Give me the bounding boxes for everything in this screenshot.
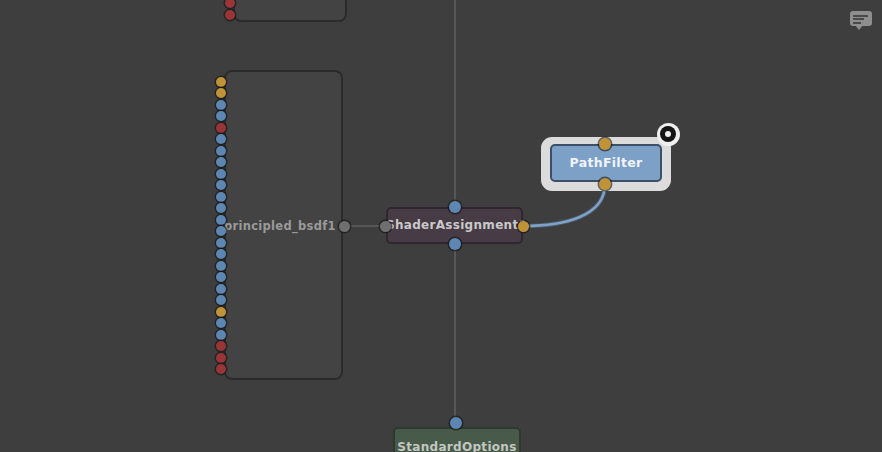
PathFilter-label: PathFilter: [550, 155, 662, 170]
principled_bsdf1-port-blue-3[interactable]: [216, 111, 226, 121]
principled_bsdf1-port-gray-26[interactable]: [339, 221, 350, 232]
annotation-comment-icon[interactable]: [850, 11, 872, 32]
principled_bsdf1-port-gold-1[interactable]: [216, 88, 226, 98]
principled_bsdf1-port-blue-2[interactable]: [216, 100, 226, 110]
focus-ring-center: [665, 131, 672, 138]
principled_bsdf1-port-blue-10[interactable]: [216, 192, 226, 202]
ShaderAssignment1-port-blue-1[interactable]: [449, 238, 461, 250]
focus-ring-dark-band: [660, 126, 676, 142]
node-node-top-clipped[interactable]: [233, 0, 347, 22]
principled_bsdf1-port-blue-7[interactable]: [216, 157, 226, 167]
principled_bsdf1-port-blue-5[interactable]: [216, 134, 226, 144]
StandardOptions-port-blue-0[interactable]: [450, 417, 462, 429]
principled_bsdf1-port-gold-0[interactable]: [216, 77, 226, 87]
principled_bsdf1-port-blue-9[interactable]: [216, 180, 226, 190]
principled_bsdf1-label: principled_bsdf1: [224, 219, 343, 233]
principled_bsdf1-port-blue-18[interactable]: [216, 284, 226, 294]
comment-bubble-icon: [850, 11, 872, 26]
ShaderAssignment1-label: ShaderAssignment1: [386, 218, 523, 232]
principled_bsdf1-port-blue-22[interactable]: [216, 330, 226, 340]
principled_bsdf1-port-blue-19[interactable]: [216, 295, 226, 305]
principled_bsdf1-port-blue-12[interactable]: [216, 215, 226, 225]
PathFilter-port-gold-1[interactable]: [599, 178, 611, 190]
principled_bsdf1-port-red-23[interactable]: [216, 341, 226, 351]
principled_bsdf1-port-blue-17[interactable]: [216, 272, 226, 282]
principled_bsdf1-port-blue-14[interactable]: [216, 238, 226, 248]
principled_bsdf1-port-red-25[interactable]: [216, 364, 226, 374]
comment-bubble-tail: [855, 25, 863, 30]
principled_bsdf1-port-red-24[interactable]: [216, 353, 226, 363]
principled_bsdf1-port-gold-20[interactable]: [216, 307, 226, 317]
node-top-clipped-port-red-1[interactable]: [225, 10, 235, 20]
ShaderAssignment1-port-gold-3[interactable]: [518, 221, 529, 232]
principled_bsdf1-port-blue-13[interactable]: [216, 226, 226, 236]
principled_bsdf1-port-red-4[interactable]: [216, 123, 226, 133]
PathFilter-port-gold-0[interactable]: [599, 138, 611, 150]
PathFilter-focus-ring-icon[interactable]: [657, 123, 680, 146]
ShaderAssignment1-port-blue-0[interactable]: [449, 201, 461, 213]
principled_bsdf1-port-blue-6[interactable]: [216, 146, 226, 156]
graph-editor-canvas[interactable]: principled_bsdf1ShaderAssignment1PathFil…: [0, 0, 882, 452]
principled_bsdf1-port-blue-15[interactable]: [216, 249, 226, 259]
principled_bsdf1-port-blue-21[interactable]: [216, 318, 226, 328]
node-top-clipped-port-red-0[interactable]: [225, 0, 235, 8]
principled_bsdf1-port-blue-11[interactable]: [216, 203, 226, 213]
principled_bsdf1-port-blue-16[interactable]: [216, 261, 226, 271]
ShaderAssignment1-port-gray-2[interactable]: [380, 221, 391, 232]
principled_bsdf1-port-blue-8[interactable]: [216, 169, 226, 179]
StandardOptions-label: StandardOptions: [393, 440, 521, 452]
